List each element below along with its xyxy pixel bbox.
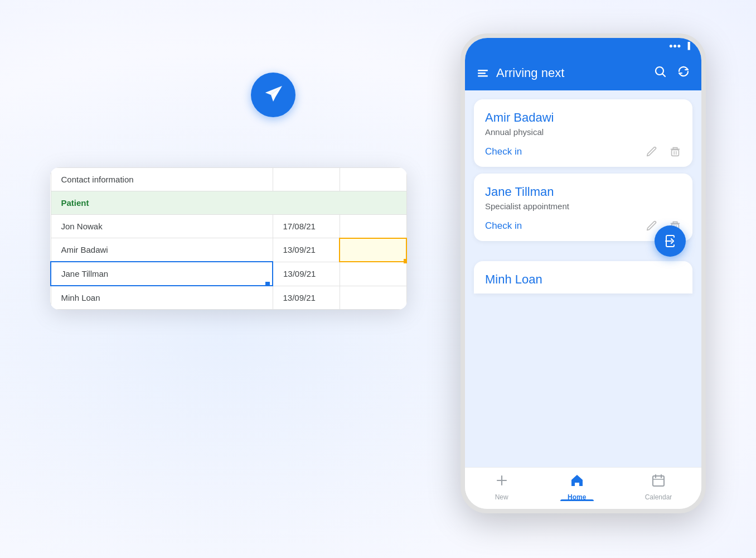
spreadsheet-section-row: Patient [51,191,406,215]
new-label: New [495,493,508,501]
status-bar: ●●● ▐ [465,38,701,54]
search-icon[interactable] [653,65,667,81]
patient-card-jane[interactable]: Jane Tillman Specialist appointment Chec… [474,174,692,241]
patient-name-amir: Amir Badawi [485,110,681,125]
bottom-nav: New Home [465,467,701,509]
app-title: Arriving next [496,66,647,80]
check-in-button-amir[interactable]: Check in [485,146,522,157]
extra-cell [340,262,406,286]
fab-checkin-button[interactable] [655,225,686,257]
nav-item-new[interactable]: New [495,473,509,501]
phone-mockup: ●●● ▐ Arriving next [461,33,706,513]
patient-card-amir[interactable]: Amir Badawi Annual physical Check in [474,99,692,167]
selected-blue-cell[interactable]: Jane Tillman [51,262,273,286]
card-icons-amir [646,146,681,158]
patient-name-cell[interactable]: Minh Loan [51,286,273,310]
date-cell: 13/09/21 [273,286,340,310]
svg-line-4 [663,74,666,77]
app-header: Arriving next [465,54,701,90]
patient-actions-jane: Check in [485,220,681,232]
svg-rect-6 [672,150,679,156]
svg-rect-15 [653,476,664,486]
nav-item-home[interactable]: Home [568,473,586,501]
patient-name-cell[interactable]: Amir Badawi [51,238,273,262]
table-row[interactable]: Jane Tillman 13/09/21 [51,262,406,286]
extra-cell [340,286,406,310]
svg-rect-0 [478,70,488,71]
svg-rect-2 [478,75,488,77]
new-icon [495,473,509,491]
patient-actions-amir: Check in [485,146,681,158]
patient-type-amir: Annual physical [485,127,681,137]
date-cell: 17/08/21 [273,215,340,238]
date-cell: 13/09/21 [273,238,340,262]
date-cell: 13/09/21 [273,262,340,286]
svg-rect-1 [478,73,486,74]
header-col1: Contact information [51,168,273,191]
spreadsheet-header-row: Contact information [51,168,406,191]
spreadsheet-card: Contact information Patient Jon Nowak 17… [50,167,407,310]
home-icon [570,473,584,491]
delete-icon-amir[interactable] [669,146,681,158]
refresh-icon[interactable] [677,65,690,81]
nav-active-indicator [560,499,594,501]
header-col2 [273,168,340,191]
patient-name-minh: Minh Loan [485,272,681,287]
status-signal: ●●● [669,42,681,50]
phone-content: Amir Badawi Annual physical Check in [465,90,701,467]
patient-name-jane: Jane Tillman [485,185,681,199]
section-label: Patient [51,191,406,215]
edit-icon-amir[interactable] [646,146,658,158]
header-col3 [340,168,406,191]
extra-cell [340,215,406,238]
nav-item-calendar[interactable]: Calendar [645,473,672,501]
menu-icon[interactable] [476,66,490,80]
patient-card-minh-partial[interactable]: Minh Loan [474,261,692,294]
patient-type-jane: Specialist appointment [485,201,681,211]
status-battery: ▐ [685,42,690,50]
edit-icon-jane[interactable] [646,220,658,232]
selected-yellow-cell[interactable] [340,238,406,262]
table-row[interactable]: Jon Nowak 17/08/21 [51,215,406,238]
calendar-label: Calendar [645,493,672,501]
paper-plane-logo [251,73,295,117]
table-row[interactable]: Minh Loan 13/09/21 [51,286,406,310]
patient-name-cell[interactable]: Jon Nowak [51,215,273,238]
check-in-button-jane[interactable]: Check in [485,220,522,232]
calendar-icon [651,473,666,491]
table-row[interactable]: Amir Badawi 13/09/21 [51,238,406,262]
